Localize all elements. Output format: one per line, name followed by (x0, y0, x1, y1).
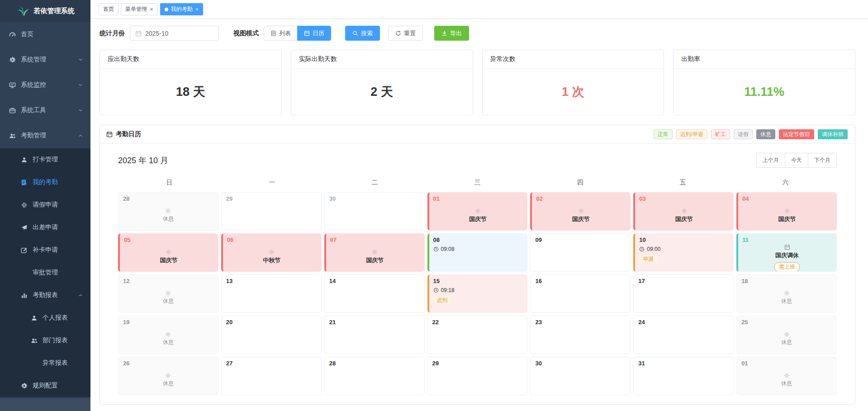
sun-icon (269, 249, 275, 255)
download-icon (441, 30, 447, 37)
legend-tag: 请假 (734, 129, 753, 139)
clock-icon (433, 288, 439, 293)
logo[interactable]: 若依管理系统 (0, 0, 90, 22)
reset-button[interactable]: 重置 (388, 26, 423, 41)
today-button[interactable]: 今天 (785, 153, 808, 168)
cell-center: 休息 (123, 203, 213, 228)
sun-icon (165, 331, 171, 337)
calendar-cell-31[interactable]: 31 (633, 357, 734, 395)
weekday-label: 四 (529, 179, 631, 187)
sidebar-item-personal-report[interactable]: 个人报表 (0, 307, 90, 329)
calendar-cell-16[interactable]: 16 (530, 274, 631, 313)
sidebar-item-label: 审批管理 (33, 269, 83, 277)
sidebar-item-makeup-card[interactable]: 补卡申请 (0, 239, 90, 261)
next-month-button[interactable]: 下个月 (808, 153, 837, 168)
calendar-cell-19[interactable]: 19休息 (118, 316, 218, 354)
chevron-down-icon (78, 57, 83, 62)
calendar-cell-18[interactable]: 18休息 (736, 274, 837, 313)
sidebar-item-system-mgmt[interactable]: 系统管理 (0, 47, 90, 72)
close-icon[interactable]: × (150, 6, 153, 12)
calendar-cell-24[interactable]: 24 (633, 316, 734, 354)
calendar-cell-26[interactable]: 26休息 (118, 357, 218, 395)
calendar-cell-15[interactable]: 1509:18迟到 (427, 274, 528, 313)
sidebar-item-approval-mgmt[interactable]: 审批管理 (0, 261, 90, 284)
tab-label: 菜单管理 (125, 5, 147, 13)
month-bar: 2025 年 10 月 上个月今天下个月 (118, 153, 837, 168)
sidebar-item-business-trip[interactable]: 出差申请 (0, 216, 90, 239)
tab-my-attendance[interactable]: 我的考勤× (160, 3, 204, 15)
day-number: 08 (433, 236, 523, 244)
tab-menu-mgmt[interactable]: 菜单管理× (121, 3, 158, 15)
view-list-button[interactable]: 列表 (264, 26, 298, 41)
sidebar-item-attendance-mgmt[interactable]: 考勤管理 (0, 123, 90, 148)
sidebar-item-leave-request[interactable]: 请假申请 (0, 194, 90, 216)
close-icon[interactable]: × (195, 6, 199, 12)
calendar-cell-10[interactable]: 1009:00早退 (633, 233, 734, 272)
calendar-cell-04[interactable]: 04国庆节 (736, 192, 837, 231)
calendar-cell-07[interactable]: 07国庆节 (324, 233, 425, 272)
clock-icon (639, 246, 645, 252)
calendar-cell-09[interactable]: 09 (530, 233, 631, 272)
work-required-badge: 需上班 (774, 262, 800, 272)
calendar-cell-05[interactable]: 05国庆节 (118, 233, 218, 272)
day-number: 01 (433, 195, 523, 203)
calendar-cell-30[interactable]: 30 (324, 192, 425, 231)
calendar-cell-12[interactable]: 12休息 (118, 274, 218, 313)
main-area: 首页菜单管理×我的考勤× 统计月份 2025-10 视图模式 列表 日历 (90, 0, 868, 411)
view-calendar-button[interactable]: 日历 (297, 26, 331, 41)
calendar-cell-21[interactable]: 21 (324, 316, 425, 354)
sidebar-item-clock-mgmt[interactable]: 打卡管理 (0, 148, 90, 171)
calendar-cell-30[interactable]: 30 (530, 357, 631, 395)
sun-icon (165, 208, 171, 214)
sidebar-item-label: 打卡管理 (33, 156, 83, 164)
sidebar-item-dept-report[interactable]: 部门报表 (0, 329, 90, 352)
calendar-cell-29[interactable]: 29 (427, 357, 528, 395)
sun-icon (784, 331, 790, 337)
calendar-cell-13[interactable]: 13 (221, 274, 322, 313)
calendar-cell-02[interactable]: 02国庆节 (530, 192, 631, 231)
sidebar-collapse-bar[interactable] (0, 398, 90, 411)
cell-center: 休息 (123, 326, 213, 351)
check-in-time: 09:00 (647, 246, 660, 252)
day-number: 28 (123, 195, 213, 203)
app-title: 若依管理系统 (34, 7, 75, 15)
calendar-cell-08[interactable]: 0809:08 (427, 233, 528, 272)
calendar-cell-20[interactable]: 20 (221, 316, 322, 354)
sidebar-item-abnormal-report[interactable]: 异常报表 (0, 352, 90, 374)
calendar-title-text: 考勤日历 (116, 130, 141, 138)
calendar-cell-28[interactable]: 28休息 (118, 192, 218, 231)
calendar-cell-23[interactable]: 23 (530, 316, 631, 354)
check-in-time: 09:08 (441, 246, 455, 252)
check-in-row: 09:08 (433, 246, 523, 252)
calendar-cell-06[interactable]: 06中秋节 (221, 233, 322, 272)
holiday-name: 国庆节 (572, 215, 590, 223)
calendar-cell-14[interactable]: 14 (324, 274, 425, 313)
legend-tag: 旷工 (711, 129, 730, 139)
sidebar-item-system-tools[interactable]: 系统工具 (0, 98, 90, 123)
sidebar-item-rule-config[interactable]: 规则配置 (0, 374, 90, 397)
month-input[interactable]: 2025-10 (130, 26, 219, 41)
calendar-cell-29[interactable]: 29 (221, 192, 322, 231)
sidebar-item-my-attendance[interactable]: 我的考勤 (0, 171, 90, 194)
holiday-name: 中秋节 (263, 256, 280, 265)
calendar-cell-01[interactable]: 01休息 (736, 357, 837, 395)
prev-month-button[interactable]: 上个月 (756, 153, 785, 168)
calendar-cell-01[interactable]: 01国庆节 (427, 192, 528, 231)
day-number: 17 (638, 277, 729, 285)
sidebar-item-home[interactable]: 首页 (0, 22, 90, 47)
calendar-cell-25[interactable]: 25休息 (736, 316, 837, 354)
calendar-cell-27[interactable]: 27 (221, 357, 322, 395)
month-nav: 上个月今天下个月 (756, 153, 837, 168)
search-icon (352, 30, 358, 37)
calendar-cell-17[interactable]: 17 (633, 274, 734, 313)
day-number: 03 (639, 195, 729, 203)
calendar-cell-03[interactable]: 03国庆节 (633, 192, 734, 231)
calendar-cell-11[interactable]: 11国庆调休需上班 (736, 233, 837, 272)
sidebar-item-attendance-report[interactable]: 考勤报表 (0, 284, 90, 307)
export-button[interactable]: 导出 (434, 26, 469, 41)
calendar-cell-22[interactable]: 22 (427, 316, 528, 354)
search-button[interactable]: 搜索 (345, 26, 380, 41)
sidebar-item-system-monitor[interactable]: 系统监控 (0, 72, 90, 98)
tab-home[interactable]: 首页 (99, 3, 119, 15)
calendar-cell-28[interactable]: 28 (324, 357, 425, 395)
